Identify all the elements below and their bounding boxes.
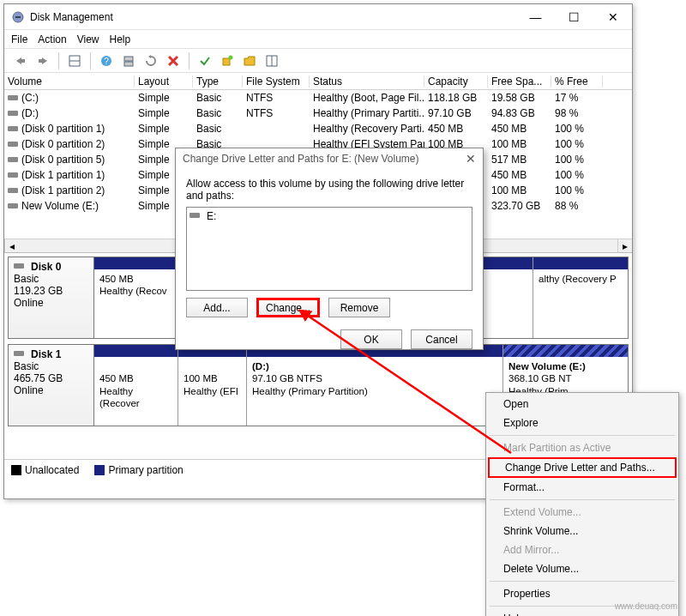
svg-rect-7 (124, 62, 133, 66)
cancel-button[interactable]: Cancel (411, 329, 472, 349)
legend-primary: Primary partition (94, 464, 183, 476)
svg-rect-1 (15, 16, 21, 18)
new-volume-icon[interactable] (218, 51, 237, 70)
drive-icon (8, 111, 18, 116)
drive-icon (8, 157, 18, 162)
remove-button[interactable]: Remove (328, 298, 390, 317)
ok-button[interactable]: OK (340, 329, 402, 349)
context-menu-item[interactable]: Shrink Volume... (488, 522, 677, 541)
change-drive-letter-dialog: Change Drive Letter and Paths for E: (Ne… (175, 148, 484, 350)
dialog-path-entry[interactable]: E: (190, 210, 469, 222)
menu-help[interactable]: Help (110, 33, 131, 45)
context-menu-item: Add Mirror... (488, 541, 677, 559)
context-menu-item: Mark Partition as Active (488, 438, 677, 457)
check-icon[interactable] (196, 51, 214, 70)
context-menu-item[interactable]: Format... (488, 478, 677, 497)
refresh-icon[interactable] (141, 51, 160, 70)
disk-0-label[interactable]: Disk 0 Basic 119.23 GB Online (9, 257, 94, 338)
context-menu-separator (490, 581, 675, 582)
col-filesystem[interactable]: File System (243, 75, 310, 88)
app-icon (11, 10, 25, 24)
back-icon[interactable] (11, 51, 30, 70)
dialog-label: Allow access to this volume by using the… (186, 178, 472, 202)
drive-icon (8, 203, 18, 208)
help-icon[interactable]: ? (97, 51, 116, 70)
split-view-icon[interactable] (262, 51, 281, 70)
dialog-paths-list[interactable]: E: (186, 207, 472, 291)
volume-row[interactable]: (C:)SimpleBasicNTFSHealthy (Boot, Page F… (4, 90, 632, 106)
disk-0-partition-last[interactable]: althy (Recovery P (533, 257, 628, 338)
volume-list-header[interactable]: Volume Layout Type File System Status Ca… (4, 73, 632, 90)
svg-rect-6 (124, 57, 133, 61)
drive-icon (8, 126, 18, 131)
col-free[interactable]: Free Spa... (488, 75, 551, 88)
maximize-button[interactable]: ☐ (555, 4, 593, 29)
col-percent[interactable]: % Free (551, 75, 603, 88)
window-title: Disk Management (30, 11, 516, 23)
dialog-titlebar[interactable]: Change Drive Letter and Paths for E: (Ne… (176, 148, 483, 169)
dialog-close-icon[interactable]: ✕ (466, 152, 476, 166)
disk-1-partition-1[interactable]: 450 MB Healthy (Recover (94, 345, 178, 426)
volume-row[interactable]: (Disk 0 partition 1)SimpleBasicHealthy (… (4, 121, 632, 136)
volume-row[interactable]: (D:)SimpleBasicNTFSHealthy (Primary Part… (4, 106, 632, 121)
svg-point-9 (229, 55, 233, 59)
drive-icon (190, 213, 200, 218)
forward-icon[interactable] (33, 51, 52, 70)
menu-file[interactable]: File (11, 33, 27, 45)
drive-icon (8, 95, 18, 100)
context-menu: OpenExploreMark Partition as ActiveChang… (485, 392, 679, 616)
scroll-left-icon[interactable]: ◂ (4, 239, 19, 252)
context-menu-item: Extend Volume... (488, 503, 677, 522)
context-menu-item[interactable]: Properties (488, 584, 677, 603)
disk-icon (14, 351, 24, 356)
properties-icon[interactable] (119, 51, 138, 70)
svg-rect-8 (223, 58, 230, 65)
disk-1-partition-d[interactable]: (D:) 97.10 GB NTFS Healthy (Primary Part… (247, 345, 503, 426)
add-button[interactable]: Add... (186, 298, 248, 317)
disk-1-label[interactable]: Disk 1 Basic 465.75 GB Online (9, 345, 94, 426)
drive-icon (8, 188, 18, 193)
col-status[interactable]: Status (310, 75, 424, 88)
disk-1-partition-2[interactable]: 100 MB Healthy (EFI (178, 345, 247, 426)
menubar: File Action View Help (4, 30, 632, 49)
menu-action[interactable]: Action (38, 33, 66, 45)
view-mode-icon[interactable] (65, 51, 84, 70)
context-menu-item[interactable]: Delete Volume... (488, 559, 677, 578)
scroll-right-icon[interactable]: ▸ (617, 239, 632, 252)
disk-0-partition-1[interactable]: 450 MB Healthy (Recov (94, 257, 180, 338)
col-volume[interactable]: Volume (4, 75, 135, 88)
context-menu-separator (490, 499, 675, 500)
watermark: www.deuaq.com (615, 601, 677, 611)
context-menu-separator (490, 435, 675, 436)
dialog-title-text: Change Drive Letter and Paths for E: (Ne… (183, 153, 418, 165)
titlebar[interactable]: Disk Management ― ☐ ✕ (4, 4, 632, 30)
context-menu-item[interactable]: Open (488, 395, 677, 414)
drive-icon (8, 172, 18, 178)
close-button[interactable]: ✕ (593, 4, 632, 29)
context-menu-item[interactable]: Explore (488, 414, 677, 432)
folder-icon[interactable] (240, 51, 259, 70)
svg-text:?: ? (104, 57, 109, 66)
minimize-button[interactable]: ― (516, 4, 555, 29)
legend-unallocated: Unallocated (11, 464, 79, 476)
menu-view[interactable]: View (77, 33, 99, 45)
change-button[interactable]: Change... (256, 298, 320, 317)
context-menu-item[interactable]: Change Drive Letter and Paths... (488, 457, 677, 478)
col-type[interactable]: Type (193, 75, 243, 88)
disk-icon (14, 263, 24, 269)
col-capacity[interactable]: Capacity (424, 75, 488, 88)
col-layout[interactable]: Layout (135, 75, 193, 88)
drive-icon (8, 142, 18, 147)
delete-icon[interactable] (164, 51, 183, 70)
toolbar: ? (4, 49, 632, 73)
